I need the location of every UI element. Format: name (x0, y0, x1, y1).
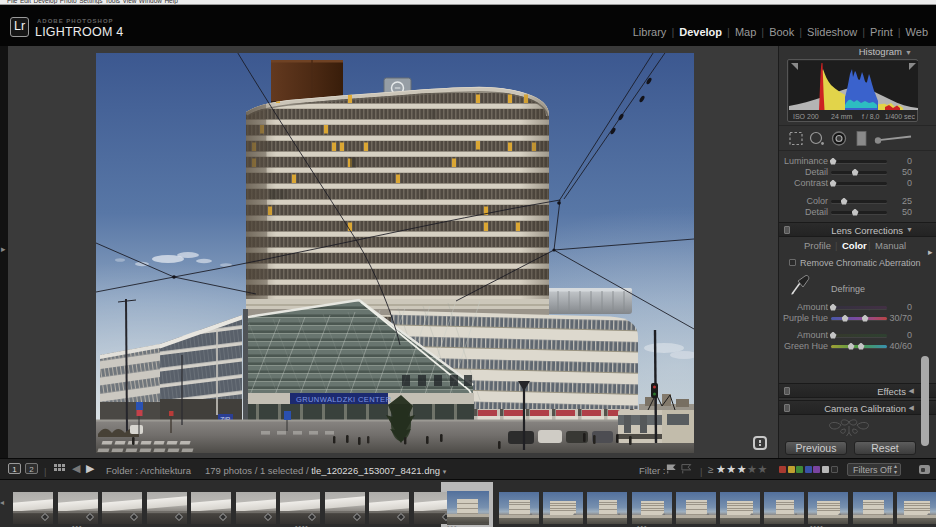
svg-text:GRUNWALDZKI CENTER: GRUNWALDZKI CENTER (296, 395, 391, 404)
